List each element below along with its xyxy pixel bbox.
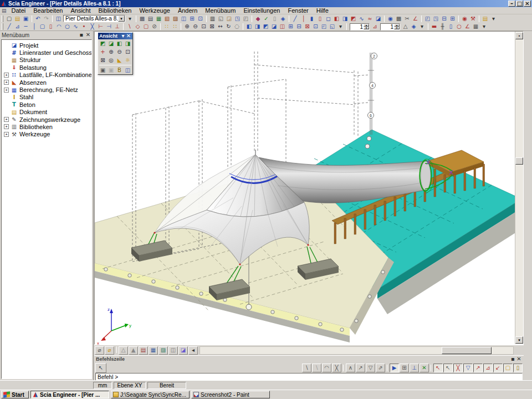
check-structure-icon[interactable]: ✓ bbox=[262, 15, 270, 23]
menu-bibliotheken[interactable]: Bibliotheken bbox=[95, 7, 136, 14]
snap-midpoint-icon[interactable]: ↖ bbox=[443, 364, 453, 372]
tab-window-icon[interactable]: ◫ bbox=[168, 346, 178, 355]
view-xy-icon[interactable]: ◨ bbox=[124, 39, 132, 48]
cascade-window-icon[interactable]: ⊞ bbox=[448, 15, 457, 23]
tree-item-werkzeuge[interactable]: +⚒Werkzeuge bbox=[2, 131, 91, 138]
view-more-icon[interactable]: ▾ bbox=[336, 23, 345, 30]
scale-spinner-buttons[interactable]: ▴▾ bbox=[394, 24, 400, 29]
zoom-window-icon[interactable]: ⊡ bbox=[200, 23, 208, 30]
export-icon[interactable]: ◰ bbox=[242, 15, 250, 23]
palette-menu-icon[interactable]: ▾ bbox=[120, 33, 126, 39]
toolbar-grip[interactable] bbox=[2, 16, 3, 22]
pan-icon[interactable]: ↔ bbox=[216, 23, 224, 30]
menu-menbaum[interactable]: Menübaum bbox=[201, 7, 239, 14]
combo-dropdown-icon[interactable]: ▾ bbox=[118, 16, 125, 22]
snap-near-icon[interactable]: ⇗ bbox=[376, 364, 385, 372]
palette-zoom-selection-icon[interactable]: ◎ bbox=[107, 56, 115, 64]
view-right-icon[interactable]: ◪ bbox=[270, 23, 278, 30]
named-view-icon[interactable]: ◱ bbox=[328, 23, 336, 30]
orbit-icon[interactable]: ↻ bbox=[224, 23, 233, 30]
new-project-icon[interactable]: ▢ bbox=[5, 15, 13, 23]
rib-icon[interactable]: ◧ bbox=[332, 15, 341, 23]
menu-hilfe[interactable]: Hilfe bbox=[313, 7, 332, 14]
tree-item-berechnung[interactable]: +▦Berechnung, FE-Netz bbox=[2, 86, 91, 93]
tree-item-bibliotheken[interactable]: +▥Bibliotheken bbox=[2, 123, 91, 130]
curved-member-icon[interactable]: ◠ bbox=[55, 23, 63, 30]
tree-item-beton[interactable]: TBeton bbox=[2, 101, 91, 108]
close-button[interactable]: ✕ bbox=[524, 1, 531, 7]
tree-item-projekt[interactable]: ◪Projekt bbox=[2, 42, 91, 49]
grid-more-icon[interactable]: ▾ bbox=[480, 23, 488, 30]
calculator-icon[interactable]: ◆ bbox=[254, 15, 262, 23]
saved-view-icon[interactable]: ◰ bbox=[320, 23, 328, 30]
redraw-icon[interactable]: ◌ bbox=[233, 23, 241, 30]
snap-line-dashed-icon[interactable]: ∖ bbox=[312, 364, 321, 372]
palette-zoom-window-icon[interactable]: ⊡ bbox=[124, 48, 132, 56]
restore-view-icon[interactable]: ▣ bbox=[107, 66, 115, 74]
beam-icon[interactable]: ╱ bbox=[291, 15, 299, 23]
link1-icon[interactable]: ⌀ bbox=[95, 346, 104, 355]
snap-orthogonal-icon[interactable]: ▽ bbox=[463, 364, 473, 372]
raster-icon[interactable]: ▦ bbox=[472, 23, 480, 30]
tree-item-belastung[interactable]: ⇓Belastung bbox=[2, 64, 91, 71]
scale-spinner[interactable]: 1 ▴▾ bbox=[380, 23, 400, 30]
measure-icon[interactable]: ∠ bbox=[411, 15, 420, 23]
palette-close-icon[interactable]: ✕ bbox=[126, 33, 131, 39]
tile-window-icon[interactable]: ⊟ bbox=[440, 15, 448, 23]
view-back-icon[interactable]: ◨ bbox=[253, 23, 262, 30]
modify-tools-icon[interactable]: ⚒ bbox=[469, 15, 477, 23]
tree-item-dokument[interactable]: ▤Dokument bbox=[2, 109, 91, 116]
start-button[interactable]: Start bbox=[1, 391, 29, 398]
break-icon[interactable]: ⊥ bbox=[113, 23, 121, 30]
save-icon[interactable]: ▣ bbox=[22, 15, 30, 23]
snap-toggle-icon[interactable]: ✕ bbox=[420, 364, 429, 372]
report-icon[interactable]: ◳ bbox=[233, 15, 242, 23]
b-mode-icon[interactable]: B bbox=[115, 66, 124, 74]
command-input[interactable]: Befehl > bbox=[95, 373, 523, 381]
dimension-line-icon[interactable]: ╫ bbox=[438, 23, 447, 30]
expand-icon[interactable]: + bbox=[4, 73, 9, 78]
panel-close-icon[interactable]: ✕ bbox=[85, 32, 91, 38]
spin-down-icon[interactable]: ▾ bbox=[364, 27, 369, 29]
menubaum-header[interactable]: Menübaum ▪✕ bbox=[0, 31, 93, 39]
printer-settings-icon[interactable]: ▤ bbox=[146, 15, 155, 23]
document-window-icon[interactable]: ▤ bbox=[2, 8, 7, 13]
intersection-icon[interactable]: ╳ bbox=[88, 23, 96, 30]
spline-icon[interactable]: ∿ bbox=[71, 23, 80, 30]
page-more-icon[interactable]: ▾ bbox=[489, 15, 498, 23]
table-composer-icon[interactable]: ⊞ bbox=[188, 15, 196, 23]
select-polygon-icon[interactable]: ◇ bbox=[134, 23, 142, 30]
dot-grid-snap-icon[interactable]: ⊞ bbox=[400, 364, 409, 372]
zoom-all-icon[interactable]: ⊠ bbox=[208, 23, 216, 30]
tab-graph-icon[interactable]: ▲ bbox=[129, 346, 138, 355]
menu-ndern[interactable]: Ändern bbox=[174, 7, 201, 14]
palette-zoom-in-icon[interactable]: ⊕ bbox=[107, 48, 115, 56]
snap-line-icon[interactable]: ∖ bbox=[302, 364, 311, 372]
line-grid-icon[interactable]: ▬ bbox=[430, 23, 438, 30]
light-icon[interactable]: ☼ bbox=[124, 56, 132, 64]
cursor-mode-icon[interactable]: ↖ bbox=[95, 363, 106, 373]
opening-icon[interactable]: ◻ bbox=[324, 15, 332, 23]
picture-gallery-icon[interactable]: ▦ bbox=[155, 15, 163, 23]
snap-end-icon[interactable]: ↗ bbox=[356, 364, 365, 372]
view-bottom-icon[interactable]: ⊞ bbox=[287, 23, 295, 30]
snap-length-icon[interactable]: ↙ bbox=[493, 364, 503, 372]
zoom-in-icon[interactable]: ⊕ bbox=[183, 23, 191, 30]
menu-fenster[interactable]: Fenster bbox=[284, 7, 312, 14]
cmd-close-icon[interactable]: ✕ bbox=[516, 356, 522, 362]
activity-icon[interactable]: ⊿ bbox=[371, 23, 379, 30]
scale-more-icon[interactable]: ▾ bbox=[418, 23, 426, 30]
storey-spinner-buttons[interactable]: ▴▾ bbox=[364, 24, 369, 29]
snap-arc-center-icon[interactable]: ⊿ bbox=[483, 364, 493, 372]
expand-icon[interactable]: + bbox=[4, 132, 9, 137]
extend-icon[interactable]: ⊣ bbox=[105, 23, 113, 30]
hscroll-thumb[interactable] bbox=[442, 347, 492, 354]
ansicht-palette[interactable]: Ansicht ▾✕ ◩◪◧◨ +⊕⊖⊡ ⊠◎◣☼ ▣▣B◫ bbox=[98, 32, 133, 75]
storey-icon[interactable]: ▯ bbox=[447, 23, 455, 30]
paperspace-icon[interactable]: ▧ bbox=[163, 15, 171, 23]
storey-spinner[interactable]: 1 ▴▾ bbox=[350, 23, 370, 30]
angle-grid-icon[interactable]: ∠ bbox=[463, 23, 472, 30]
link2-icon[interactable]: ⌀ bbox=[105, 346, 114, 355]
info-icon[interactable]: ◈ bbox=[279, 15, 287, 23]
wall-panel-icon[interactable]: ▯ bbox=[47, 23, 55, 30]
